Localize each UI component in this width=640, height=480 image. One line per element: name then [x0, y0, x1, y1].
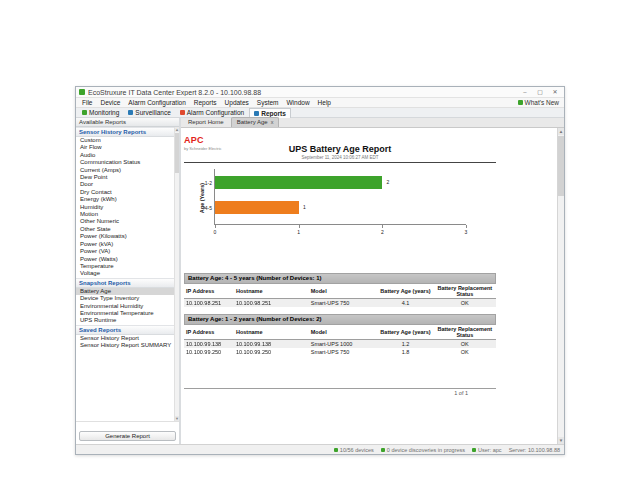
cell-ip-address: 10.100.99.250	[184, 348, 234, 356]
status-text: Server: 10.100.98.88	[509, 447, 560, 453]
menu-system[interactable]: System	[253, 98, 283, 108]
reports-sidebar: Available Reports Sensor History Reports…	[76, 118, 181, 444]
report-scroll-thumb[interactable]	[558, 136, 564, 196]
sidebar-item-current-amps[interactable]: Current (Amps)	[76, 167, 174, 174]
table-row: 10.100.99.13810.100.99.138Smart-UPS 1000…	[184, 340, 496, 349]
menu-file[interactable]: File	[78, 98, 96, 108]
col-hostname: Hostname	[234, 284, 309, 299]
scroll-thumb[interactable]	[175, 133, 179, 173]
whats-new-link[interactable]: What's New	[518, 99, 562, 106]
sidebar-item-other-numeric[interactable]: Other Numeric	[76, 218, 174, 225]
col-battery-age-years: Battery Age (years)	[377, 284, 433, 299]
window-controls: – ▢ ✕	[518, 88, 562, 97]
tab-battery-age[interactable]: Battery Age x	[231, 117, 280, 127]
sidebar-item-power-va[interactable]: Power (VA)	[76, 248, 174, 255]
title-rule	[184, 162, 496, 163]
tables-host: Battery Age: 4 - 5 years (Number of Devi…	[184, 273, 496, 356]
menu-window[interactable]: Window	[282, 98, 313, 108]
title-bar[interactable]: EcoStruxure IT Data Center Expert 8.2.0 …	[76, 87, 564, 98]
tab-close-icon[interactable]: x	[271, 118, 274, 127]
category-label-1-2: 1-2	[198, 180, 212, 186]
col-ip-address: IP Address	[184, 284, 234, 299]
perspective-monitoring[interactable]: Monitoring	[78, 108, 123, 118]
status-text: User: apc	[478, 447, 502, 453]
bar-value-label: 2	[387, 179, 390, 185]
report-list-wrap: Sensor History ReportsCustomAir FlowAudi…	[76, 127, 179, 422]
cell-model: Smart-UPS 750	[309, 299, 378, 308]
battery-age-chart: Age (Years) 21-214-50123	[184, 169, 496, 243]
sidebar-scrollbar[interactable]: ▲ ▼	[174, 127, 179, 421]
report-scrollbar[interactable]: ▲ ▼	[557, 128, 564, 444]
surveillance-icon	[128, 110, 133, 115]
sidebar-item-custom[interactable]: Custom	[76, 137, 174, 144]
minimize-button[interactable]: –	[518, 88, 532, 97]
x-tick	[299, 225, 300, 228]
cell-ip-address: 10.100.98.251	[184, 299, 234, 308]
menu-updates[interactable]: Updates	[221, 98, 253, 108]
sidebar-item-door[interactable]: Door	[76, 181, 174, 188]
device-table-0: Battery Age: 4 - 5 years (Number of Devi…	[184, 273, 496, 307]
sidebar-item-ups-runtime[interactable]: UPS Runtime	[76, 317, 174, 324]
generate-report-button[interactable]: Generate Report	[79, 431, 176, 441]
chart-bar-1-2: 2	[215, 176, 382, 189]
scroll-down-icon[interactable]: ▼	[175, 416, 179, 421]
sidebar-item-sensor-history-report-summary[interactable]: Sensor History Report SUMMARY	[76, 342, 174, 349]
col-model: Model	[309, 284, 378, 299]
sidebar-item-power-watts[interactable]: Power (Watts)	[76, 256, 174, 263]
sidebar-item-humidity[interactable]: Humidity	[76, 204, 174, 211]
sidebar-item-sensor-history-report[interactable]: Sensor History Report	[76, 335, 174, 342]
report-scroll-up-icon[interactable]: ▲	[558, 128, 564, 135]
perspective-reports[interactable]: Reports	[249, 108, 291, 118]
sidebar-item-audio[interactable]: Audio	[76, 152, 174, 159]
sidebar-item-voltage[interactable]: Voltage	[76, 270, 174, 277]
apc-logo-text: APC	[184, 135, 204, 145]
cell-hostname: 10.100.98.251	[234, 299, 309, 308]
maximize-button[interactable]: ▢	[533, 88, 547, 97]
menu-reports[interactable]: Reports	[190, 98, 221, 108]
perspective-label: Alarm Configuration	[187, 109, 244, 116]
status-ok-icon	[334, 448, 338, 452]
report-scroll-down-icon[interactable]: ▼	[558, 437, 564, 444]
x-tick-label: 2	[381, 229, 384, 235]
sidebar-item-battery-age[interactable]: Battery Age	[76, 288, 174, 295]
x-tick	[382, 225, 383, 228]
sidebar-item-temperature[interactable]: Temperature	[76, 263, 174, 270]
sidebar-item-motion[interactable]: Motion	[76, 211, 174, 218]
sidebar-item-other-state[interactable]: Other State	[76, 226, 174, 233]
page-footer: 1 of 1	[184, 388, 496, 396]
close-button[interactable]: ✕	[548, 88, 562, 97]
menu-help[interactable]: Help	[314, 98, 335, 108]
sidebar-item-power-kva[interactable]: Power (kVA)	[76, 241, 174, 248]
report-tab-strip: Report Home Battery Age x	[181, 118, 564, 128]
tab-battery-age-label: Battery Age	[237, 118, 268, 127]
scroll-up-icon[interactable]: ▲	[175, 127, 179, 132]
status-segment-0: 10/56 devices	[334, 447, 374, 453]
sidebar-item-dry-contact[interactable]: Dry Contact	[76, 189, 174, 196]
perspective-alarm-configuration[interactable]: Alarm Configuration	[176, 108, 248, 118]
col-battery-replacement-status: Battery Replacement Status	[434, 325, 496, 340]
status-text: 0 device discoveries in progress	[387, 447, 465, 453]
sidebar-item-dew-point[interactable]: Dew Point	[76, 174, 174, 181]
status-segment-3: Server: 10.100.98.88	[509, 447, 560, 453]
section-sensor-history-reports: Sensor History Reports	[76, 127, 174, 137]
col-hostname: Hostname	[234, 325, 309, 340]
sidebar-item-environmental-humidity[interactable]: Environmental Humidity	[76, 303, 174, 310]
sidebar-item-air-flow[interactable]: Air Flow	[76, 144, 174, 151]
menu-alarm-configuration[interactable]: Alarm Configuration	[124, 98, 189, 108]
sidebar-item-power-kilowatts[interactable]: Power (Kilowatts)	[76, 233, 174, 240]
perspective-surveillance[interactable]: Surveillance	[124, 108, 174, 118]
status-ok-icon	[472, 448, 476, 452]
cell-battery-replacement-status: OK	[434, 340, 496, 349]
sidebar-item-communication-status[interactable]: Communication Status	[76, 159, 174, 166]
table-title: Battery Age: 1 - 2 years (Number of Devi…	[184, 314, 496, 325]
menu-device[interactable]: Device	[96, 98, 124, 108]
tab-report-home[interactable]: Report Home	[183, 118, 229, 127]
sidebar-item-environmental-temperature[interactable]: Environmental Temperature	[76, 310, 174, 317]
report-content: APC by Schneider Electric UPS Battery Ag…	[184, 130, 496, 396]
sidebar-item-energy-kwh[interactable]: Energy (kWh)	[76, 196, 174, 203]
report-area: Report Home Battery Age x APC by Schneid…	[181, 118, 564, 444]
app-window: EcoStruxure IT Data Center Expert 8.2.0 …	[75, 86, 565, 455]
sidebar-item-device-type-inventory[interactable]: Device Type Inventory	[76, 295, 174, 302]
table-header-row: IP AddressHostnameModelBattery Age (year…	[184, 284, 496, 299]
x-tick	[466, 225, 467, 228]
